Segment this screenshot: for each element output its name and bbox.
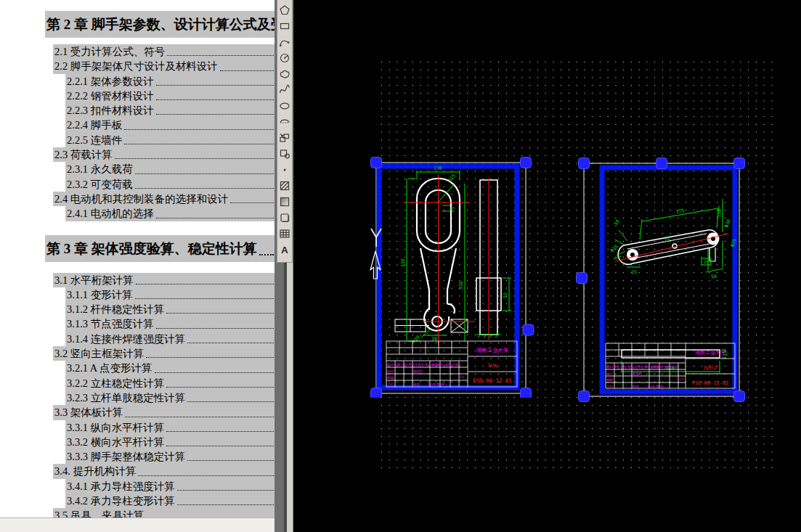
dot-leader <box>187 449 274 461</box>
toc-item[interactable]: 3.2 竖向主框架计算 <box>53 346 275 361</box>
toc-item[interactable]: 2.4.1 电动机的选择 <box>65 206 275 221</box>
toc-item[interactable]: 3.2.2 立柱稳定性计算 <box>65 376 275 390</box>
dim-label: 350 <box>458 281 464 290</box>
drawing-sheet-left[interactable]: 130 110 R25 25 350 55 30 R10 标记 处数 分区 更改… <box>359 147 537 398</box>
toc-item-label: 2.3.1 永久载荷 <box>67 162 133 176</box>
toc-item-label: 3.2 竖向主框架计算 <box>54 346 144 361</box>
svg-text:工艺: 工艺 <box>387 382 394 386</box>
table-tool-icon[interactable] <box>278 226 291 242</box>
toc-item[interactable]: 2.2.3 扣件材料设计 <box>65 103 275 118</box>
toc-item[interactable]: 3.3.2 横向水平杆计算 <box>65 435 275 449</box>
toc-item-label: 3.3.1 纵向水平杆计算 <box>67 420 164 435</box>
dot-leader <box>177 479 274 491</box>
dot-leader <box>166 420 274 432</box>
dot-leader <box>115 147 274 159</box>
toc-item-label: 3.3 架体板计算 <box>54 405 123 420</box>
dot-leader <box>156 206 274 218</box>
svg-text:1:5: 1:5 <box>679 377 684 381</box>
university-name: 湖南工业大学 <box>695 350 725 355</box>
spline-tool-icon[interactable] <box>278 82 291 98</box>
toc-item[interactable]: 3.1.1 变形计算 <box>65 287 275 302</box>
toc-item[interactable]: 2.1 受力计算公式、符号 <box>53 44 275 59</box>
part-name: 拉杆2 <box>704 365 717 370</box>
dot-leader <box>166 302 274 314</box>
dimensions: 130 110 R25 25 350 55 30 R10 <box>400 165 511 344</box>
chapter-heading-label: 第 3 章 架体强度验算、稳定性计算 <box>46 235 257 262</box>
hatch-tool-icon[interactable] <box>278 178 291 194</box>
toc-item-label: 2.2 脚手架架体尺寸设计及材料设计 <box>54 59 218 73</box>
polygon-tool-icon[interactable] <box>278 2 291 18</box>
svg-text:共1张 第1张: 共1张 第1张 <box>428 382 445 386</box>
draw-toolbar: A <box>277 0 293 263</box>
toc-item[interactable]: 3.3.3 脚手架整体稳定计算 <box>65 449 275 464</box>
toc-item[interactable]: 3.1.2 杆件稳定性计算 <box>65 302 275 316</box>
ellipse-tool-icon[interactable] <box>278 98 291 114</box>
chapter-heading[interactable]: 第 3 章 架体强度验算、稳定性计算 <box>45 235 275 262</box>
chapter-heading-label: 第 2 章 脚手架参数、设计计算公式及受 <box>46 11 275 38</box>
dim-label: Φ30 <box>723 218 732 229</box>
chapter-heading[interactable]: 第 2 章 脚手架参数、设计计算公式及受 <box>45 11 275 38</box>
toc-item-label: 3.3.2 横向水平杆计算 <box>67 435 164 449</box>
toc-item[interactable]: 3.2.1 A 点变形计算 <box>65 361 275 375</box>
toc-item[interactable]: 3.4.2 承力导柱变形计算 <box>65 494 275 508</box>
make-block-tool-icon[interactable] <box>278 146 291 162</box>
toc-item-label: 2.3 荷载计算 <box>54 147 113 162</box>
dot-leader <box>135 162 274 173</box>
dim-label: 15 <box>631 269 637 275</box>
revision-cloud-tool-icon[interactable] <box>278 66 291 82</box>
dot-leader <box>135 287 274 299</box>
toc: 第 2 章 脚手架参数、设计计算公式及受2.1 受力计算公式、符号2.2 脚手架… <box>0 11 275 523</box>
dimensions: 175 120 50 Φ30 Φ25 25 50 15 Φ16 75 310 1… <box>609 199 738 373</box>
toc-item-label: 3.2.1 A 点变形计算 <box>67 361 153 375</box>
rectangle-tool-icon[interactable] <box>278 18 291 34</box>
toc-item[interactable]: 2.3 荷载计算 <box>53 147 275 162</box>
toc-item[interactable]: 2.4 电动机和其控制装备的选择和设计 <box>53 192 275 206</box>
toc-item[interactable]: 2.2.1 架体参数设计 <box>65 74 275 89</box>
document-bottom-bar <box>0 517 275 532</box>
ellipse-arc-tool-icon[interactable] <box>278 114 291 130</box>
point-tool-icon[interactable] <box>278 162 291 178</box>
toc-item[interactable]: 3.2.3 立杆单肢稳定性计算 <box>65 390 275 405</box>
insert-block-tool-icon[interactable] <box>278 130 291 146</box>
toc-item[interactable]: 3.4.1 承力导柱强度计算 <box>65 479 275 494</box>
dim-label: 50 <box>613 218 621 226</box>
dot-leader <box>124 133 274 144</box>
dot-leader <box>166 435 274 446</box>
dim-label: 110 <box>400 258 406 267</box>
dim-label: 175 <box>675 208 685 215</box>
toc-item[interactable]: 2.2 脚手架架体尺寸设计及材料设计 <box>53 59 275 73</box>
dim-label: 75 <box>664 237 670 243</box>
svg-text:1:5: 1:5 <box>460 375 465 379</box>
toc-item[interactable]: 2.2.4 脚手板 <box>65 118 275 132</box>
circle-tool-icon[interactable] <box>278 50 291 66</box>
dot-leader <box>125 405 274 417</box>
toc-item[interactable]: 2.3.1 永久载荷 <box>65 162 275 176</box>
multiline-text-tool-icon[interactable]: A <box>278 242 291 258</box>
toc-item[interactable]: 3.1 水平桁架计算 <box>53 273 275 287</box>
arc-tool-icon[interactable] <box>278 34 291 50</box>
toc-item-label: 3.1.1 变形计算 <box>67 287 133 302</box>
toc-item[interactable]: 3.4. 提升机构计算 <box>53 464 275 478</box>
toc-item-label: 3.1.2 杆件稳定性计算 <box>67 302 164 316</box>
dot-leader <box>230 192 274 203</box>
toc-item[interactable]: 2.2.2 钢管材料设计 <box>65 89 275 103</box>
toc-item-label: 3.1.4 连接件焊缝强度计算 <box>67 332 185 346</box>
dot-leader <box>220 59 274 70</box>
toc-item[interactable]: 3.1.4 连接件焊缝强度计算 <box>65 332 275 346</box>
title-block: 标记 处数 分区 更改文件号 签名 年月日 设计 标准化 阶段标记 重量 比例 … <box>386 341 517 387</box>
drawing-number: FSD-00-12-01 <box>473 377 512 384</box>
svg-text:审核: 审核 <box>606 378 613 382</box>
svg-text:阶段标记 重量 比例: 阶段标记 重量 比例 <box>431 363 458 367</box>
svg-text:A: A <box>281 245 288 255</box>
toc-item[interactable]: 2.2.5 连墙件 <box>65 133 275 147</box>
region-tool-icon[interactable] <box>278 210 291 226</box>
svg-text:共1张 第1张: 共1张 第1张 <box>647 385 664 388</box>
toc-item[interactable]: 3.3.1 纵向水平杆计算 <box>65 420 275 435</box>
toc-item[interactable]: 2.3.2 可变荷载 <box>65 177 275 192</box>
drawing-sheet-right[interactable]: 175 120 50 Φ30 Φ25 25 50 15 Φ16 75 310 1… <box>573 152 751 403</box>
cad-canvas[interactable]: 130 110 R25 25 350 55 30 R10 标记 处数 分区 更改… <box>293 0 801 532</box>
toc-item[interactable]: 3.1.3 节点强度计算 <box>65 316 275 331</box>
gradient-tool-icon[interactable] <box>278 194 291 210</box>
toc-item[interactable]: 3.3 架体板计算 <box>53 405 275 420</box>
toc-item-label: 2.4 电动机和其控制装备的选择和设计 <box>54 192 228 206</box>
